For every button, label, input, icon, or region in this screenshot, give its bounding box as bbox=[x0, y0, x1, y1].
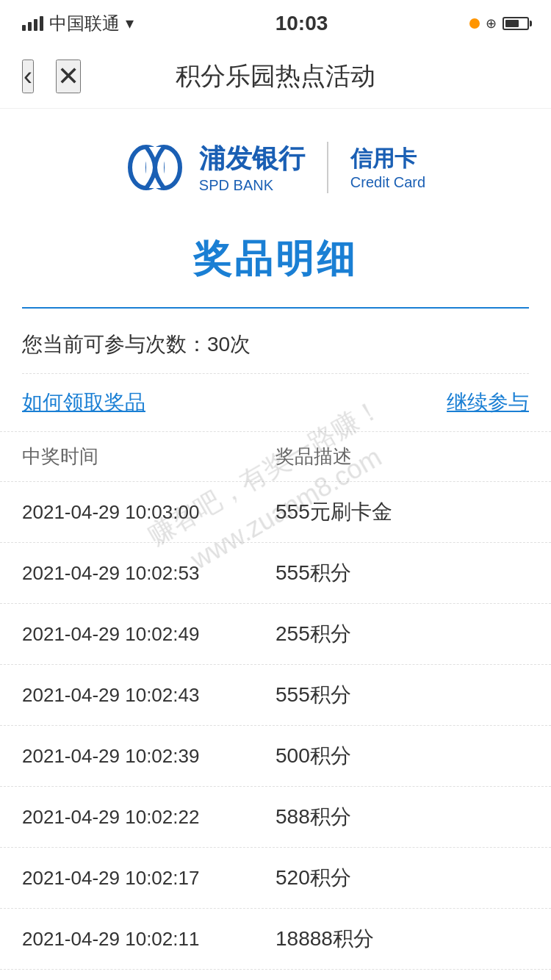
available-count: 您当前可参与次数：30次 bbox=[0, 309, 551, 373]
credit-card-en: Credit Card bbox=[350, 174, 425, 191]
col-time-header: 中奖时间 bbox=[22, 444, 276, 469]
table-row: 2021-04-29 10:02:17 520积分 bbox=[0, 848, 551, 909]
row-time-6: 2021-04-29 10:02:17 bbox=[22, 867, 276, 890]
bank-name-cn: 浦发银行 bbox=[199, 141, 305, 177]
action-links-row: 如何领取奖品 继续参与 bbox=[0, 374, 551, 431]
row-time-7: 2021-04-29 10:02:11 bbox=[22, 928, 276, 951]
credit-card-cn: 信用卡 bbox=[350, 144, 417, 174]
nav-title: 积分乐园热点活动 bbox=[176, 60, 375, 93]
signal-icon bbox=[22, 16, 43, 31]
orange-dot-icon bbox=[469, 18, 480, 29]
status-left: 中国联通 ▾ bbox=[22, 12, 134, 35]
row-desc-6: 520积分 bbox=[276, 864, 529, 892]
bank-name-en: SPD BANK bbox=[199, 177, 273, 194]
main-content: 浦发银行 SPD BANK 信用卡 Credit Card 奖品明细 您当前可参… bbox=[0, 109, 551, 980]
row-desc-5: 588积分 bbox=[276, 803, 529, 831]
table-row: 2021-04-29 10:02:39 500积分 bbox=[0, 726, 551, 787]
col-desc-header: 奖品描述 bbox=[276, 444, 529, 469]
credit-card-group: 信用卡 Credit Card bbox=[350, 144, 425, 191]
table-row: 2021-04-29 10:02:53 555积分 bbox=[0, 543, 551, 604]
table-row: 2021-04-29 10:02:22 588积分 bbox=[0, 787, 551, 848]
table-row: 2021-04-29 10:02:43 555积分 bbox=[0, 665, 551, 726]
row-time-2: 2021-04-29 10:02:49 bbox=[22, 623, 276, 646]
status-time: 10:03 bbox=[276, 12, 328, 35]
table-row: 2021-04-29 10:02:06 555积分 bbox=[0, 970, 551, 980]
status-right: ⊕ bbox=[469, 15, 529, 32]
how-to-get-link[interactable]: 如何领取奖品 bbox=[22, 389, 145, 417]
status-bar: 中国联通 ▾ 10:03 ⊕ bbox=[0, 0, 551, 44]
row-time-3: 2021-04-29 10:02:43 bbox=[22, 684, 276, 707]
bank-vertical-divider bbox=[327, 142, 328, 193]
bank-logo-section: 浦发银行 SPD BANK 信用卡 Credit Card bbox=[0, 109, 551, 219]
row-desc-2: 255积分 bbox=[276, 620, 529, 648]
close-button[interactable]: ✕ bbox=[56, 60, 81, 93]
page-title-section: 奖品明细 bbox=[0, 219, 551, 307]
row-desc-3: 555积分 bbox=[276, 681, 529, 709]
row-time-0: 2021-04-29 10:03:00 bbox=[22, 501, 276, 524]
table-row: 2021-04-29 10:02:49 255积分 bbox=[0, 604, 551, 665]
table-row: 2021-04-29 10:02:11 18888积分 bbox=[0, 909, 551, 970]
wifi-icon: ▾ bbox=[126, 14, 134, 33]
table-header: 中奖时间 奖品描述 bbox=[0, 431, 551, 482]
bank-logo-icon bbox=[126, 138, 184, 197]
continue-join-link[interactable]: 继续参与 bbox=[447, 389, 529, 417]
row-time-5: 2021-04-29 10:02:22 bbox=[22, 806, 276, 829]
nav-left-actions: ‹ ✕ bbox=[22, 60, 81, 93]
nav-bar: ‹ ✕ 积分乐园热点活动 bbox=[0, 44, 551, 109]
table-row: 2021-04-29 10:03:00 555元刷卡金 bbox=[0, 482, 551, 543]
battery-icon bbox=[503, 17, 529, 30]
page-title: 奖品明细 bbox=[0, 234, 551, 285]
carrier-name: 中国联通 bbox=[49, 12, 120, 35]
table-body: 2021-04-29 10:03:00 555元刷卡金 2021-04-29 1… bbox=[0, 482, 551, 980]
row-time-1: 2021-04-29 10:02:53 bbox=[22, 562, 276, 585]
row-desc-4: 500积分 bbox=[276, 742, 529, 770]
bank-logo-container: 浦发银行 SPD BANK 信用卡 Credit Card bbox=[126, 138, 425, 197]
row-desc-7: 18888积分 bbox=[276, 925, 529, 953]
row-time-4: 2021-04-29 10:02:39 bbox=[22, 745, 276, 768]
lock-icon: ⊕ bbox=[486, 15, 497, 32]
row-desc-0: 555元刷卡金 bbox=[276, 498, 529, 526]
back-button[interactable]: ‹ bbox=[22, 60, 34, 93]
bank-name-group: 浦发银行 SPD BANK bbox=[199, 141, 305, 194]
row-desc-1: 555积分 bbox=[276, 559, 529, 587]
